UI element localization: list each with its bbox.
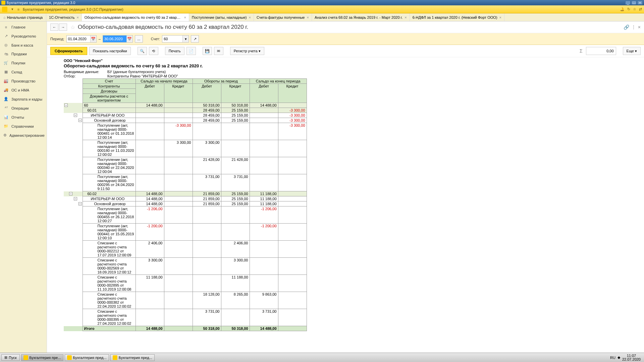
table-row[interactable]: Поступление (акт, накладная) 0000-000455… (64, 206, 307, 224)
print-button[interactable]: Печать (165, 47, 184, 55)
table-row[interactable]: Списание с расчетного счета 0000-002212 … (64, 241, 307, 258)
sidebar-item-8[interactable]: 👤Зарплата и кадры (0, 95, 47, 104)
table-row[interactable]: Поступление (акт, накладная) 0000-000295… (64, 174, 307, 191)
save-button[interactable]: 💾 (203, 47, 212, 55)
generate-button[interactable]: Сформировать (50, 47, 87, 55)
tab-close-icon[interactable]: × (249, 15, 251, 19)
sidebar-item-5[interactable]: ▦Склад (0, 67, 47, 76)
tree-toggle-icon[interactable]: − (64, 104, 68, 107)
row-turn-credit: 21 428,00 (221, 157, 250, 174)
sidebar-item-10[interactable]: 📊Отчеты (0, 113, 47, 122)
minimize-button[interactable]: _ (625, 1, 631, 5)
tab-close-icon[interactable]: × (307, 15, 309, 19)
row-turn-debit (193, 275, 221, 292)
sidebar-item-7[interactable]: 🚚ОС и НМА (0, 85, 47, 95)
window-title: Бухгалтерия предприятия, редакция 3.0 (7, 1, 625, 5)
tab-1[interactable]: Оборотно-сальдовая ведомость по счету 60… (82, 13, 189, 21)
tabs-bar: ⌂ Начальная страница 1С-Отчетность×Оборо… (0, 13, 644, 21)
table-row[interactable]: Поступление (акт, накладная) 0000-000481… (64, 123, 307, 140)
sidebar-item-12[interactable]: ⚙Администрирование (0, 131, 47, 140)
close-page-icon[interactable]: × (638, 24, 641, 30)
table-row[interactable]: 60.0128 459,0025 159,00-3 300,00 (64, 108, 307, 113)
forward-button[interactable]: → (59, 23, 67, 31)
table-row[interactable]: Поступление (акт, накладная) 0000-000180… (64, 140, 307, 157)
table-row[interactable]: −60.0214 488,0021 859,0025 159,0011 188,… (64, 191, 307, 196)
calendar-to-icon[interactable]: 📅 (126, 36, 132, 42)
sidebar-item-0[interactable]: ≡Главное (0, 23, 47, 32)
tab-5[interactable]: 6-НДФЛ за 1 квартал 2020 г. (Невский Фор… (410, 13, 504, 21)
hamburger-icon[interactable]: ≡ (15, 7, 21, 11)
home-tab[interactable]: ⌂ Начальная страница (0, 13, 46, 21)
table-row[interactable]: Поступление (акт, накладная) 0000-000441… (64, 224, 307, 241)
favorite-icon[interactable]: ☆ (70, 24, 75, 31)
table-row[interactable]: Списание с расчетного счета 0000-000395 … (64, 309, 307, 326)
print-preview-button[interactable]: 📄 (186, 47, 196, 55)
account-input[interactable]: ▾ (162, 35, 189, 43)
account-open-button[interactable]: ↗ (191, 35, 199, 43)
table-row[interactable]: Списание с расчетного счета 0000-000382 … (64, 292, 307, 309)
tab-close-icon[interactable]: × (405, 15, 407, 19)
tree-toggle-icon[interactable]: − (74, 197, 77, 200)
tab-2[interactable]: Поступление (акты, накладные)× (189, 13, 254, 21)
window-titlebar: Бухгалтерия предприятия, редакция 3.0 _ … (0, 0, 644, 5)
col-turnover: Обороты за период (193, 79, 250, 84)
date-to-input[interactable]: 📅 (103, 35, 133, 43)
sidebar-item-11[interactable]: 📁Справочники (0, 122, 47, 131)
row-turn-credit: 25 159,00 (221, 191, 250, 196)
tab-close-icon[interactable]: × (76, 15, 78, 19)
table-row[interactable]: Списание с расчетного счета 0000-002895 … (64, 275, 307, 292)
more-icon[interactable]: ⋮ (631, 24, 636, 30)
calendar-from-icon[interactable]: 📅 (90, 36, 96, 42)
row-start-debit: 14 488,00 (136, 201, 164, 206)
bell-icon[interactable]: 🔔 (620, 7, 625, 11)
history-icon[interactable]: ↻ (627, 7, 630, 11)
table-row[interactable]: Поступление (акт, накладная) 0000-000340… (64, 157, 307, 174)
sidebar-item-9[interactable]: ᴬᵀОперации (0, 104, 47, 113)
tree-toggle-icon[interactable]: − (78, 202, 82, 205)
star-icon[interactable]: ☆ (633, 7, 636, 11)
period-picker-button[interactable]: ... (135, 35, 143, 43)
register-button[interactable]: Регистр учета ▾ (230, 47, 264, 55)
tab-0[interactable]: 1С-Отчетность× (46, 13, 82, 21)
refresh-button[interactable]: ⟲ (149, 47, 158, 55)
table-row[interactable]: −Основной договор28 459,0025 159,00-3 30… (64, 118, 307, 123)
tab-close-icon[interactable]: × (499, 15, 501, 19)
sidebar-item-2[interactable]: ◎Банк и касса (0, 41, 47, 50)
table-row[interactable]: −6014 488,0050 318,0050 318,0014 488,00 (64, 103, 307, 108)
sidebar-item-3[interactable]: 🛍Продажи (0, 50, 47, 58)
back-button[interactable]: ← (50, 23, 58, 31)
date-from-input[interactable]: 📅 (66, 35, 97, 43)
link-icon[interactable]: 🔗 (624, 24, 629, 30)
account-dropdown-icon[interactable]: ▾ (182, 36, 189, 42)
sidebar-item-6[interactable]: 🏭Производство (0, 76, 47, 85)
sidebar-icon: ⚙ (3, 133, 7, 137)
show-settings-button[interactable]: Показать настройки (89, 47, 131, 55)
settings-icon[interactable]: ⇄ (639, 7, 642, 11)
table-row[interactable]: −ИНТЕРЬЕР-М ООО28 459,0025 159,00-3 300,… (64, 113, 307, 118)
close-button[interactable]: × (637, 1, 643, 5)
tree-toggle-icon[interactable]: − (74, 114, 77, 117)
menu-dropdown-icon[interactable]: ▾ (9, 7, 15, 11)
row-name: Поступление (акт, накладная) 0000-000180… (83, 140, 136, 157)
tab-3[interactable]: Счета-фактуры полученные× (254, 13, 312, 21)
sidebar-item-1[interactable]: ↗Руководителю (0, 32, 47, 41)
table-row[interactable]: −ИНТЕРЬЕР-М ООО14 488,0021 859,0025 159,… (64, 196, 307, 201)
tab-label: Поступление (акты, накладные) (192, 15, 247, 19)
report-area[interactable]: ООО "Невский Форт" Оборотно-сальдовая ве… (47, 57, 644, 353)
tab-4[interactable]: Анализ счета 68.02 за Январь 2019 г. - М… (312, 13, 410, 21)
tree-toggle-icon[interactable]: − (78, 119, 82, 122)
table-row[interactable]: −Основной договор14 488,0021 859,0025 15… (64, 201, 307, 206)
sidebar-label: Отчеты (11, 115, 24, 119)
more-button[interactable]: Еще ▾ (623, 47, 641, 55)
email-button[interactable]: ✉ (214, 47, 223, 55)
search-button[interactable]: 🔍 (138, 47, 147, 55)
row-name: Списание с расчетного счета 0000-000382 … (83, 292, 136, 309)
maximize-button[interactable]: □ (631, 1, 637, 5)
table-row[interactable]: Списание с расчетного счета 0000-002569 … (64, 258, 307, 275)
tab-close-icon[interactable]: × (184, 15, 186, 19)
tree-toggle-icon[interactable]: − (69, 192, 72, 195)
date-from-field[interactable] (67, 36, 90, 42)
date-to-field[interactable] (103, 36, 126, 42)
sidebar-item-4[interactable]: 🛒Покупки (0, 58, 47, 67)
account-field[interactable] (162, 36, 182, 42)
